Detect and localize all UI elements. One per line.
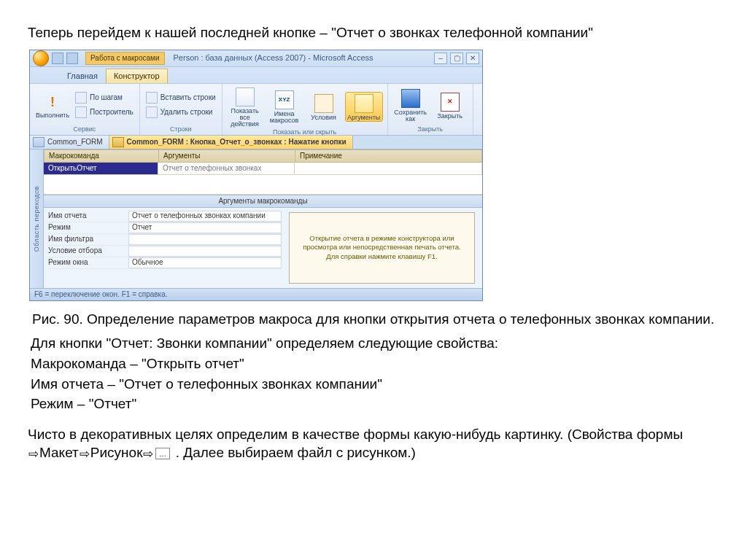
group-rows-label: Строки [144, 125, 217, 135]
grid-header-row: Макрокоманда Аргументы Примечание [44, 149, 482, 163]
properties-block: Для кнопки "Отчет: Звонки компании" опре… [31, 334, 719, 413]
args-help-pane: Открытие отчета в режиме конструктора ил… [289, 212, 475, 284]
arg-row-where[interactable]: Условие отбора [48, 246, 282, 257]
close-label: Закрыть [437, 113, 462, 120]
comment-cell[interactable] [295, 163, 482, 174]
arg-row-mode[interactable]: РежимОтчет [48, 222, 282, 234]
conditions-label: Условия [311, 114, 336, 121]
work-area: Область переходов Макрокоманда Аргументы… [30, 149, 482, 288]
office-button[interactable] [33, 50, 49, 66]
arg-row-filter-name[interactable]: Имя фильтра [48, 234, 282, 246]
arg-val[interactable] [128, 246, 282, 257]
decor-span-a: Чисто в декоративных целях определим в к… [28, 427, 683, 442]
close-icon: ✕ [441, 93, 460, 112]
arg-row-window-mode[interactable]: Режим окнаОбычное [48, 257, 282, 269]
window-title: Person : база данных (Access 2007) - Mic… [168, 54, 431, 62]
run-label: Выполнить [36, 112, 69, 119]
arrow-icon: ⇨ [79, 447, 90, 461]
status-bar: F6 = переключение окон. F1 = справка. [30, 288, 482, 300]
macro-row[interactable]: ОткрытьОтчет Отчет о телефонных звонках [44, 163, 482, 175]
doc-tab-macro[interactable]: Common_FORM : Кнопка_Отчет_о_звонках : Н… [109, 136, 353, 149]
figure-caption: Рис. 90. Определение параметров макроса … [32, 310, 719, 329]
action-cell[interactable]: ОткрытьОтчет [44, 163, 158, 174]
decorative-paragraph: Чисто в декоративных целях определим в к… [28, 425, 719, 464]
args-panel: Имя отчетаОтчет о телефонных звонках ком… [44, 208, 482, 288]
decor-span-d: . Далее выбираем файл с рисунком.) [171, 445, 415, 460]
arg-lbl: Имя фильтра [48, 236, 128, 243]
macro-designer: Макрокоманда Аргументы Примечание Открыт… [44, 149, 482, 288]
step-button[interactable]: По шагам [74, 91, 135, 104]
col-action: Макрокоманда [44, 149, 159, 163]
arguments-cell[interactable]: Отчет о телефонных звонках [158, 163, 295, 174]
qat-undo-icon[interactable] [66, 52, 78, 64]
tab-home[interactable]: Главная [59, 69, 106, 83]
ribbon-tabstrip: Главная Конструктор [30, 67, 482, 83]
doc-tab-common-form[interactable]: Common_FORM [30, 136, 109, 149]
macro-names-button[interactable]: XYZ Имена макросов [266, 89, 303, 124]
step-label: По шагам [90, 94, 123, 101]
conditions-button[interactable]: Условия [306, 93, 342, 121]
form-icon [33, 137, 44, 147]
arg-val[interactable]: Отчет [128, 222, 282, 233]
save-as-label: Сохранить как [394, 109, 427, 122]
arg-lbl: Имя отчета [48, 212, 128, 219]
group-close-label: Закрыть [392, 125, 468, 135]
insert-rows-button[interactable]: Вставить строки [144, 91, 217, 104]
props-line-2: Макрокоманда – "Открыть отчет" [31, 354, 719, 373]
disk-icon [401, 89, 420, 108]
col-arguments: Аргументы [159, 149, 295, 163]
navigation-pane[interactable]: Область переходов [30, 149, 44, 288]
arguments-label: Аргументы [347, 114, 380, 121]
group-service-label: Сервис [34, 125, 135, 135]
empty-rows [44, 175, 482, 195]
intro-paragraph: Теперь перейдем к нашей последней кнопке… [28, 23, 719, 42]
qat-save-icon[interactable] [52, 52, 63, 64]
run-button[interactable]: ! Выполнить [34, 92, 71, 119]
arg-val[interactable] [128, 234, 282, 245]
arg-lbl: Условие отбора [48, 247, 128, 254]
nav-pane-label: Область переходов [34, 186, 40, 252]
delete-rows-button[interactable]: Удалить строки [144, 106, 217, 119]
macro-icon [112, 137, 124, 147]
props-line-3: Имя отчета – "Отчет о телефонных звонках… [31, 375, 719, 394]
title-bar: Работа с макросами Person : база данных … [30, 50, 482, 67]
tab-design[interactable]: Конструктор [106, 69, 168, 83]
args-table: Имя отчетаОтчет о телефонных звонках ком… [44, 208, 286, 288]
step-icon [75, 92, 87, 104]
maximize-button[interactable]: ▢ [450, 52, 463, 64]
show-all-button[interactable]: Показать все действия [227, 86, 263, 128]
delete-rows-icon [146, 106, 158, 118]
context-tab-badge: Работа с макросами [85, 52, 165, 65]
delete-rows-label: Удалить строки [160, 109, 213, 116]
exclamation-icon: ! [44, 93, 61, 111]
macro-names-label: Имена макросов [268, 111, 301, 124]
arg-lbl: Режим окна [48, 259, 128, 266]
doc-tab-active-label: Common_FORM : Кнопка_Отчет_о_звонках : Н… [127, 139, 347, 146]
save-as-button[interactable]: Сохранить как [392, 88, 429, 122]
arg-val[interactable]: Отчет о телефонных звонках компании [128, 211, 282, 222]
show-all-label: Показать все действия [228, 108, 262, 128]
doc-tab-inactive-label: Common_FORM [47, 139, 103, 146]
arrow-icon: ⇨ [28, 447, 39, 461]
arg-val[interactable]: Обычное [128, 257, 282, 268]
insert-rows-label: Вставить строки [160, 94, 216, 101]
minimize-button[interactable]: – [434, 52, 447, 64]
builder-button[interactable]: Построитель [74, 106, 135, 119]
close-window-button[interactable]: ✕ [466, 52, 479, 64]
decor-span-b: Макет [39, 445, 79, 460]
grid-icon [355, 94, 374, 113]
list-icon [236, 88, 255, 106]
args-panel-title: Аргументы макрокоманды [44, 195, 482, 208]
decor-span-c: Рисунок [90, 445, 143, 460]
arguments-button[interactable]: Аргументы [345, 92, 383, 122]
arrow-icon: ⇨ [142, 447, 154, 461]
flow-icon [314, 94, 333, 113]
close-button[interactable]: ✕ Закрыть [432, 91, 468, 120]
ribbon: ! Выполнить По шагам Построитель Сервис … [30, 83, 482, 136]
props-line-1: Для кнопки "Отчет: Звонки компании" опре… [31, 334, 719, 353]
xyz-icon: XYZ [275, 90, 294, 109]
arg-row-report-name[interactable]: Имя отчетаОтчет о телефонных звонках ком… [48, 211, 282, 222]
builder-icon [75, 106, 87, 118]
builder-label: Построитель [90, 109, 133, 116]
props-line-4: Режим – "Отчет" [31, 394, 719, 413]
